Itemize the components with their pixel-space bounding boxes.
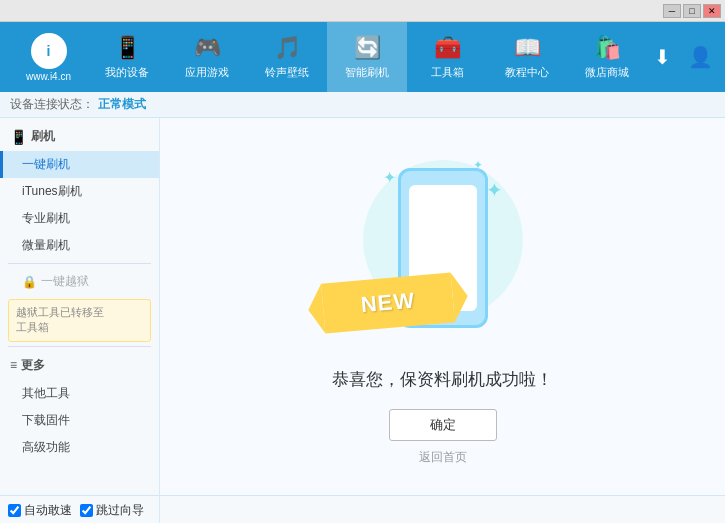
window-controls: ─ □ ✕ (663, 4, 721, 18)
success-message: 恭喜您，保资料刷机成功啦！ (332, 368, 553, 391)
star-icon-2: ✦ (486, 178, 503, 202)
maximize-button[interactable]: □ (683, 4, 701, 18)
star-icon-1: ✦ (383, 168, 396, 187)
nav-apps-games-label: 应用游戏 (185, 65, 229, 80)
close-button[interactable]: ✕ (703, 4, 721, 18)
download-button[interactable]: ⬇ (647, 42, 677, 72)
auto-flash-input[interactable] (8, 504, 21, 517)
logo-website: www.i4.cn (26, 71, 71, 82)
auto-flash-checkbox[interactable]: 自动敢速 (8, 502, 72, 519)
sidebar-more-label: 更多 (21, 357, 45, 374)
user-button[interactable]: 👤 (685, 42, 715, 72)
locked-label: 一键越狱 (41, 273, 89, 290)
sidebar-divider-2 (8, 346, 151, 347)
sidebar-item-itunes-flash[interactable]: iTunes刷机 (0, 178, 159, 205)
flash-section-icon: 📱 (10, 129, 27, 145)
sidebar-item-other-tools[interactable]: 其他工具 (0, 380, 159, 407)
nav-smart-flash-label: 智能刷机 (345, 65, 389, 80)
status-bar: 设备连接状态： 正常模式 (0, 92, 725, 118)
confirm-button[interactable]: 确定 (389, 409, 497, 441)
success-illustration: NEW ✦ ✦ ✦ (343, 148, 543, 348)
smart-flash-icon: 🔄 (354, 35, 381, 61)
logo-icon: i (31, 33, 67, 69)
sidebar-item-pro-flash[interactable]: 专业刷机 (0, 205, 159, 232)
my-device-icon: 📱 (114, 35, 141, 61)
ribbon-text: NEW (359, 287, 415, 318)
sidebar-flash-section: 📱 刷机 (0, 122, 159, 151)
sidebar-divider-1 (8, 263, 151, 264)
sidebar: 📱 刷机 一键刷机 iTunes刷机 专业刷机 微量刷机 🔒 一键越狱 越狱工具… (0, 118, 160, 495)
checkbox-group: 自动敢速 跳过向导 (8, 502, 151, 519)
header-right: ⬇ 👤 (647, 42, 715, 72)
new-ribbon: NEW (321, 272, 455, 333)
tutorial-icon: 📖 (514, 35, 541, 61)
main-layout: 📱 刷机 一键刷机 iTunes刷机 专业刷机 微量刷机 🔒 一键越狱 越狱工具… (0, 118, 725, 495)
weidian-icon: 🛍️ (594, 35, 621, 61)
skip-wizard-checkbox[interactable]: 跳过向导 (80, 502, 144, 519)
lock-icon: 🔒 (22, 275, 37, 289)
nav-ringtones-label: 铃声壁纸 (265, 65, 309, 80)
device-row: 自动敢速 跳过向导 📱 iPhone 12 mini 64GB Down-12m… (0, 495, 725, 523)
nav-bar: 📱 我的设备 🎮 应用游戏 🎵 铃声壁纸 🔄 智能刷机 🧰 工具箱 📖 教程中心… (87, 22, 647, 92)
ringtones-icon: 🎵 (274, 35, 301, 61)
nav-tutorial-label: 教程中心 (505, 65, 549, 80)
sidebar-item-micro-flash[interactable]: 微量刷机 (0, 232, 159, 259)
sidebar-item-download-firmware[interactable]: 下载固件 (0, 407, 159, 434)
content-footer-spacer (160, 496, 725, 523)
more-icon: ≡ (10, 358, 17, 372)
nav-my-device[interactable]: 📱 我的设备 (87, 22, 167, 92)
nav-weidian-label: 微店商城 (585, 65, 629, 80)
auto-flash-label: 自动敢速 (24, 502, 72, 519)
nav-ringtones[interactable]: 🎵 铃声壁纸 (247, 22, 327, 92)
status-value: 正常模式 (98, 96, 146, 113)
logo-area: i www.i4.cn (10, 33, 87, 82)
sidebar-item-advanced[interactable]: 高级功能 (0, 434, 159, 461)
status-label: 设备连接状态： (10, 96, 94, 113)
nav-smart-flash[interactable]: 🔄 智能刷机 (327, 22, 407, 92)
window-chrome: ─ □ ✕ (0, 0, 725, 22)
sidebar-locked-jailbreak: 🔒 一键越狱 (0, 268, 159, 295)
home-link[interactable]: 返回首页 (419, 449, 467, 466)
skip-wizard-label: 跳过向导 (96, 502, 144, 519)
nav-my-device-label: 我的设备 (105, 65, 149, 80)
nav-toolbox[interactable]: 🧰 工具箱 (407, 22, 487, 92)
sidebar-item-one-click-flash[interactable]: 一键刷机 (0, 151, 159, 178)
minimize-button[interactable]: ─ (663, 4, 681, 18)
footer-area: 自动敢速 跳过向导 📱 iPhone 12 mini 64GB Down-12m… (0, 495, 725, 523)
sidebar-flash-label: 刷机 (31, 128, 55, 145)
content-area: NEW ✦ ✦ ✦ 恭喜您，保资料刷机成功啦！ 确定 返回首页 (160, 118, 725, 495)
header: i www.i4.cn 📱 我的设备 🎮 应用游戏 🎵 铃声壁纸 🔄 智能刷机 … (0, 22, 725, 92)
apps-games-icon: 🎮 (194, 35, 221, 61)
nav-weidian[interactable]: 🛍️ 微店商城 (567, 22, 647, 92)
skip-wizard-input[interactable] (80, 504, 93, 517)
nav-toolbox-label: 工具箱 (431, 65, 464, 80)
toolbox-icon: 🧰 (434, 35, 461, 61)
sidebar-warning-box: 越狱工具已转移至工具箱 (8, 299, 151, 342)
nav-tutorial[interactable]: 📖 教程中心 (487, 22, 567, 92)
sidebar-footer: 自动敢速 跳过向导 📱 iPhone 12 mini 64GB Down-12m… (0, 496, 160, 523)
sidebar-more-section: ≡ 更多 (0, 351, 159, 380)
star-icon-3: ✦ (473, 158, 483, 172)
nav-apps-games[interactable]: 🎮 应用游戏 (167, 22, 247, 92)
